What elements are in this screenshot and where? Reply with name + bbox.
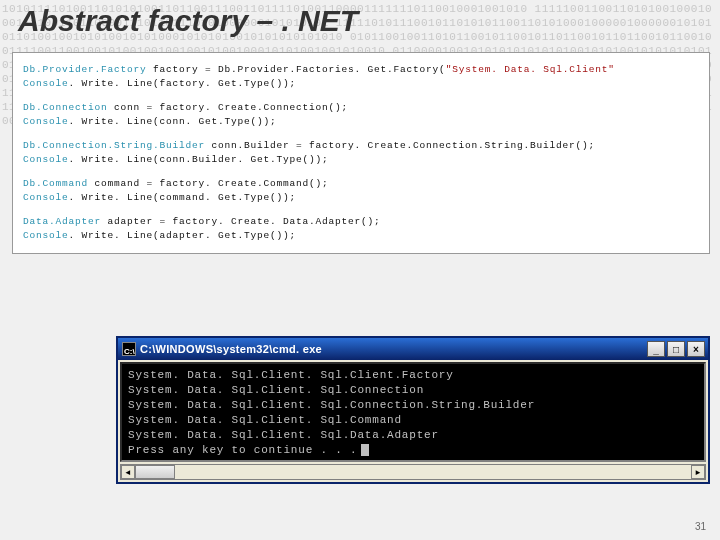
- cmd-line: System. Data. Sql.Client. Sql.Command: [128, 413, 698, 428]
- code-line: Db.Connection.String.Builder conn.Builde…: [23, 139, 699, 153]
- code-group: Db.Connection.String.Builder conn.Builde…: [23, 139, 699, 167]
- maximize-button[interactable]: □: [667, 341, 685, 357]
- code-group: Data.Adapter adapter = factory. Create. …: [23, 215, 699, 243]
- cmd-body: System. Data. Sql.Client. Sql.Client.Fac…: [120, 362, 706, 462]
- cmd-line: System. Data. Sql.Client. Sql.Client.Fac…: [128, 368, 698, 383]
- code-line: Console. Write. Line(command. Get.Type()…: [23, 191, 699, 205]
- scroll-left-icon[interactable]: ◄: [121, 465, 135, 479]
- cmd-window: C:\ C:\WINDOWS\system32\cmd. exe _ □ × S…: [116, 336, 710, 484]
- cmd-titlebar[interactable]: C:\ C:\WINDOWS\system32\cmd. exe _ □ ×: [118, 338, 708, 360]
- code-line: Console. Write. Line(factory. Get.Type()…: [23, 77, 699, 91]
- code-group: Db.Connection conn = factory. Create.Con…: [23, 101, 699, 129]
- close-button[interactable]: ×: [687, 341, 705, 357]
- scroll-track[interactable]: [135, 465, 691, 479]
- cmd-line: Press any key to continue . . .: [128, 443, 698, 458]
- page-number: 31: [695, 521, 706, 532]
- code-group: Db.Provider.Factory factory = Db.Provide…: [23, 63, 699, 91]
- code-line: Db.Command command = factory. Create.Com…: [23, 177, 699, 191]
- code-line: Db.Connection conn = factory. Create.Con…: [23, 101, 699, 115]
- scroll-right-icon[interactable]: ►: [691, 465, 705, 479]
- cmd-icon: C:\: [122, 342, 136, 356]
- page-title: Abstract factory – . NET: [18, 4, 358, 38]
- minimize-button[interactable]: _: [647, 341, 665, 357]
- code-line: Console. Write. Line(adapter. Get.Type()…: [23, 229, 699, 243]
- code-line: Console. Write. Line(conn. Get.Type());: [23, 115, 699, 129]
- code-group: Db.Command command = factory. Create.Com…: [23, 177, 699, 205]
- cmd-line: System. Data. Sql.Client. Sql.Data.Adapt…: [128, 428, 698, 443]
- cursor-icon: [361, 444, 369, 456]
- code-line: Console. Write. Line(conn.Builder. Get.T…: [23, 153, 699, 167]
- scroll-thumb[interactable]: [135, 465, 175, 479]
- cmd-line: System. Data. Sql.Client. Sql.Connection: [128, 383, 698, 398]
- code-line: Db.Provider.Factory factory = Db.Provide…: [23, 63, 699, 77]
- horizontal-scrollbar[interactable]: ◄ ►: [120, 464, 706, 480]
- cmd-line: System. Data. Sql.Client. Sql.Connection…: [128, 398, 698, 413]
- code-line: Data.Adapter adapter = factory. Create. …: [23, 215, 699, 229]
- code-block: Db.Provider.Factory factory = Db.Provide…: [12, 52, 710, 254]
- cmd-title-text: C:\WINDOWS\system32\cmd. exe: [140, 343, 647, 355]
